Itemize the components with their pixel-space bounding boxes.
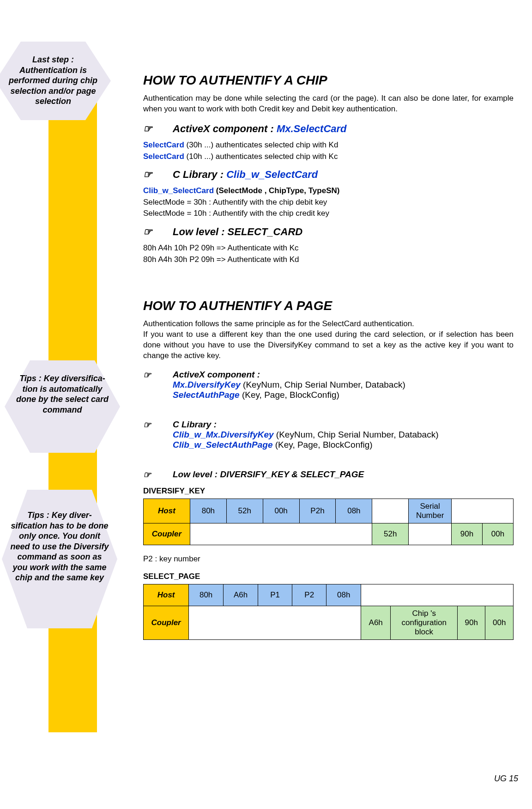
footer-version: Version 1.0 — [42, 773, 91, 784]
pointer-icon: ☞ — [143, 169, 157, 181]
sub-lowlevel-page: ☞ Low level : DIVERSIFY_KEY & SELECT_PAG… — [143, 469, 514, 480]
callout-last-step: Last step : Authentication is performed … — [0, 42, 111, 120]
sub-clib-page: ☞ C Library : Clib_w_Mx.DiversifyKey (Ke… — [143, 420, 514, 450]
selectcard-cmd: SelectCard — [143, 140, 184, 149]
p2-note: P2 : key number — [143, 554, 514, 564]
section1-intro: Authentication may be done while selecti… — [143, 93, 514, 115]
host-label: Host — [144, 499, 190, 523]
selectcard-cmd: SelectCard — [143, 152, 184, 161]
diversify-key-title: DIVERSIFY_KEY — [143, 487, 514, 496]
footer-page: UG 15 — [494, 774, 518, 784]
selectcard-kd-kc: SelectCard (30h ...) authenticates selec… — [143, 140, 514, 162]
table-row-coupler: Coupler 52h 90h 00h — [144, 523, 514, 545]
sub-label: C Library : — [173, 169, 224, 180]
callout-text: Tips : Key diver-sification has to be do… — [2, 490, 117, 596]
table-row-coupler: Coupler A6h Chip 's configuration block … — [144, 606, 514, 640]
pointer-icon: ☞ — [143, 226, 157, 238]
clib-sig: Clib_w_SelectCard — [143, 186, 214, 195]
sub-label: Low level : SELECT_CARD — [173, 226, 302, 238]
clib-selectcard: Clib_w_SelectCard — [226, 169, 318, 180]
callout-tips-once: Tips : Key diver-sification has to be do… — [2, 490, 117, 628]
sub-label: ActiveX component : — [173, 370, 405, 380]
select-page-title: SELECT_PAGE — [143, 572, 514, 581]
host-label: Host — [144, 584, 189, 606]
section2-intro: Authentication follows the same principl… — [143, 319, 514, 361]
section1-title: HOW TO AUTHENTIFY A CHIP — [143, 73, 514, 88]
table-row-host: Host 80h 52h 00h P2h 08h Serial Number — [144, 499, 514, 523]
callout-text: Tips : Key diversifica-tion is automatic… — [5, 360, 120, 428]
sub-clib-chip: ☞ C Library : Clib_w_SelectCard — [143, 169, 514, 181]
clib-selectauthpage: Clib_w_SelectAuthPage — [173, 440, 272, 450]
sub-activex-chip: ☞ ActiveX component : Mx.SelectCard — [143, 123, 514, 135]
pointer-icon: ☞ — [143, 123, 157, 135]
mx-selectcard: Mx.SelectCard — [277, 123, 347, 134]
sub-label: Low level : DIVERSIFY_KEY & SELECT_PAGE — [173, 469, 364, 480]
callout-text: Last step : Authentication is performed … — [0, 42, 111, 120]
table-row-host: Host 80h A6h P1 P2 08h — [144, 584, 514, 606]
clib-lines: Clib_w_SelectCard (SelectMode , ChipType… — [143, 185, 514, 219]
main-content: HOW TO AUTHENTIFY A CHIP Authentication … — [143, 60, 514, 649]
callout-tips-auto: Tips : Key diversifica-tion is automatic… — [5, 360, 120, 453]
coupler-label: Coupler — [144, 606, 189, 640]
mx-diversifykey: Mx.DiversifyKey — [173, 380, 241, 389]
sub-activex-page: ☞ ActiveX component : Mx.DiversifyKey (K… — [143, 370, 514, 400]
select-page-table: Host 80h A6h P1 P2 08h Coupler A6h Chip … — [143, 584, 514, 640]
selectauthpage: SelectAuthPage — [173, 390, 240, 400]
sub-label: C Library : — [173, 420, 439, 430]
pointer-icon: ☞ — [143, 469, 157, 480]
section2-title: HOW TO AUTHENTIFY A PAGE — [143, 298, 514, 313]
pointer-icon: ☞ — [143, 420, 157, 450]
clib-diversifykey: Clib_w_Mx.DiversifyKey — [173, 430, 274, 439]
sub-lowlevel-chip: ☞ Low level : SELECT_CARD — [143, 226, 514, 238]
lowlevel-lines: 80h A4h 10h P2 09h => Authenticate with … — [143, 243, 514, 265]
diversify-key-table: Host 80h 52h 00h P2h 08h Serial Number C… — [143, 499, 514, 545]
sub-label: ActiveX component : — [173, 123, 274, 134]
pointer-icon: ☞ — [143, 370, 157, 400]
coupler-label: Coupler — [144, 523, 190, 545]
